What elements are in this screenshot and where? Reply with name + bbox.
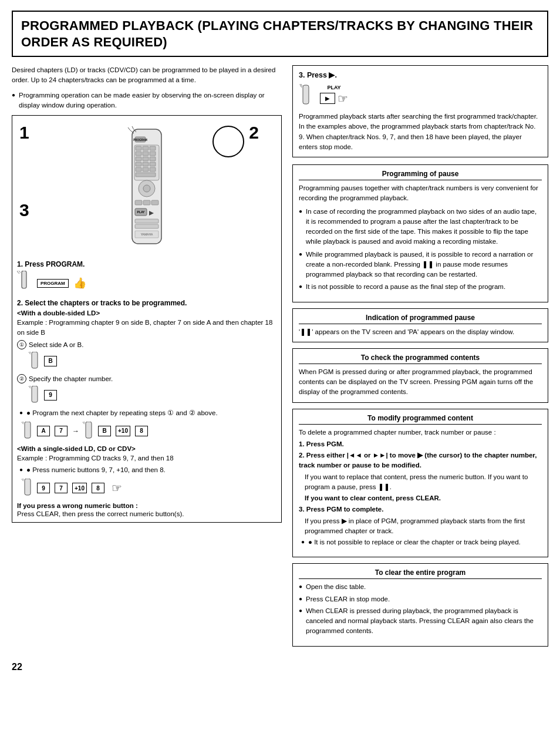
modify-content-box: To modify programmed content To delete a… (292, 409, 548, 558)
hand-icon-2: ☞ (112, 481, 122, 495)
step3-box: 3. Press ▶. PLAY ▶ ☞ (292, 65, 548, 157)
btn-8b: 8 (92, 483, 104, 493)
numeric-text: ● Press numeric buttons 9, 7, +10, and t… (26, 465, 276, 475)
btn-7b: 7 (55, 483, 68, 493)
specify-text: Specify the chapter number. (29, 375, 113, 382)
remote-svg-wrapper: PROGRAM (17, 120, 276, 255)
svg-rect-29 (135, 224, 158, 228)
svg-rect-15 (150, 162, 156, 166)
step2-remote-9: 9 (29, 386, 276, 405)
svg-rect-19 (136, 173, 156, 177)
remote-diagram-area: 1 2 3 PROGRAM (17, 120, 276, 255)
play-btn-row: ▶ ☞ (320, 92, 348, 106)
play-btn-area: PLAY ▶ ☞ (320, 85, 348, 106)
modify-step3: 3. Press PGM to complete. (299, 504, 542, 514)
main-diagram-box: 1 2 3 PROGRAM (12, 115, 282, 523)
programming-pause-text1: Programming pauses together with chapter… (299, 183, 542, 204)
small-remote-svg-5 (22, 479, 33, 497)
btn-9b: 9 (37, 483, 50, 493)
modify-step2b: If you want to replace that content, pre… (305, 472, 542, 493)
program-button-label: PROGRAM (37, 279, 69, 288)
main-heading: PROGRAMMED PLAYBACK (PLAYING CHAPTERS/TR… (21, 18, 539, 50)
svg-rect-28 (135, 219, 158, 223)
step1-section: 1. Press PROGRAM. PROGRAM 👍 (17, 260, 276, 295)
btn-9: 9 (44, 390, 57, 401)
svg-rect-24 (151, 200, 158, 205)
step2-circle2-row: ② Specify the chapter number. (17, 374, 276, 383)
modify-step3b: If you press ▶ in place of PGM, programm… (305, 516, 542, 537)
svg-point-21 (143, 185, 150, 192)
page-title: PROGRAMMED PLAYBACK (PLAYING CHAPTERS/TR… (12, 11, 548, 57)
svg-rect-36 (25, 422, 31, 438)
btn-plus10b: +10 (72, 483, 87, 493)
svg-text:PROGRAM: PROGRAM (133, 139, 147, 142)
programming-pause-bullet3: It is not possible to record a pause as … (306, 282, 542, 292)
svg-rect-22 (135, 200, 142, 205)
svg-rect-18 (150, 167, 156, 171)
clear-bullet1: Open the disc table. (306, 582, 542, 592)
modify-bullet: ● It is not possible to replace or clear… (308, 537, 542, 547)
arrow-icon: → (72, 427, 79, 435)
indication-pause-title: Indication of programmed pause (299, 314, 542, 324)
programming-pause-bullet2: While programmed playback is paused, it … (306, 250, 542, 280)
check-contents-title: To check the programmed contents (299, 354, 542, 364)
svg-rect-10 (136, 157, 141, 161)
svg-rect-13 (136, 162, 141, 166)
sequence-btns-row: A 7 → B +10 8 (22, 422, 276, 440)
step3-number: 3 (19, 200, 29, 220)
btn-plus10: +10 (116, 426, 130, 436)
step2-circle1-row: ① Select side A or B. (17, 340, 276, 349)
svg-rect-33 (22, 271, 26, 288)
circle-1: ① (17, 340, 26, 349)
svg-rect-4 (136, 146, 141, 150)
play-btn-box: ▶ (320, 93, 335, 104)
single-btns-row: 9 7 +10 8 ☞ (22, 479, 276, 497)
svg-rect-16 (136, 167, 141, 171)
check-contents-box: To check the programmed contents When PG… (292, 348, 548, 403)
step2-heading: 2. Select the chapters or tracks to be p… (17, 299, 276, 307)
small-remote-svg-4 (83, 422, 95, 440)
hand-icon-1: 👍 (73, 277, 86, 290)
play-remote (299, 83, 313, 107)
play-label: PLAY (320, 85, 348, 90)
signal-icon-1 (17, 271, 31, 295)
right-column: 3. Press ▶. PLAY ▶ ☞ (292, 65, 548, 652)
modify-intro: To delete a programmed chapter number, t… (299, 428, 542, 438)
wrong-text: Press CLEAR, then press the correct nume… (17, 510, 276, 517)
check-contents-text: When PGM is pressed during or after prog… (299, 367, 542, 398)
step1-number: 1 (19, 123, 29, 143)
step2-oval (212, 125, 244, 159)
step2-sub-double: <With a double-sided LD> (17, 309, 276, 317)
btn-7: 7 (55, 426, 68, 436)
remote-svg: PROGRAM (117, 126, 176, 250)
modify-step2c: If you want to clear content, press CLEA… (305, 493, 542, 503)
svg-rect-38 (25, 479, 31, 495)
modify-content-title: To modify programmed content (299, 414, 542, 425)
small-remote-svg-2 (29, 386, 41, 405)
indication-pause-box: Indication of programmed pause '❚❚' appe… (292, 308, 548, 342)
step2-section: 2. Select the chapters or tracks to be p… (17, 299, 276, 517)
repeat-text: ● Program the next chapter by repeating … (26, 408, 276, 418)
svg-point-32 (213, 126, 244, 157)
step3-heading: 3. Press ▶. (299, 70, 542, 79)
svg-rect-6 (150, 146, 156, 150)
svg-rect-35 (32, 386, 38, 402)
circle-2: ② (17, 374, 26, 383)
indication-pause-text: '❚❚' appears on the TV screen and 'PA' a… (299, 327, 542, 337)
step3-text: Programmed playback starts after searchi… (299, 112, 542, 152)
btn-B2: B (98, 426, 111, 436)
svg-rect-8 (143, 152, 149, 156)
svg-text:YAMAHA: YAMAHA (141, 233, 153, 236)
programming-pause-box: Programming of pause Programming pauses … (292, 164, 548, 302)
svg-rect-39 (303, 85, 309, 104)
svg-rect-7 (136, 152, 141, 156)
btn-8: 8 (135, 426, 148, 436)
page-number: 22 (12, 662, 548, 672)
svg-rect-9 (150, 152, 156, 156)
clear-program-box: To clear the entire program Open the dis… (292, 563, 548, 646)
clear-program-title: To clear the entire program (299, 568, 542, 579)
select-text: Select side A or B. (29, 341, 83, 348)
clear-bullet3: When CLEAR is pressed during playback, t… (306, 606, 542, 637)
btn-B: B (44, 356, 57, 366)
intro-bullet: Programming operation can be made easier… (19, 90, 282, 111)
